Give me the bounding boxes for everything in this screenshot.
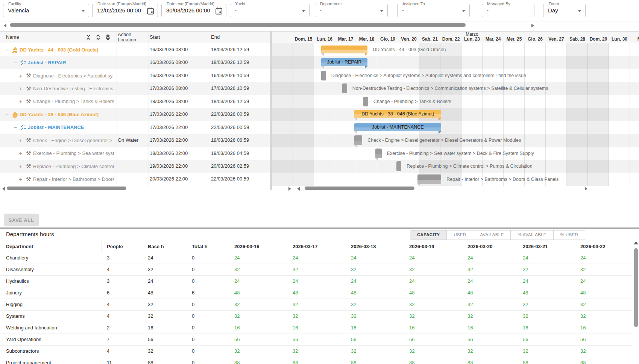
expand-toggle[interactable]: + — [17, 163, 24, 170]
expand-toggle[interactable]: + — [17, 73, 24, 79]
end-date-cell: 17/03/2026 10:59 — [211, 82, 249, 95]
day-header-cell: Lun, 23 — [461, 36, 483, 42]
chevron-down-icon[interactable] — [578, 10, 581, 12]
date-end-field[interactable]: Date end (Europe/Madrid)30/03/2026 00:00 — [161, 4, 226, 17]
facility-field[interactable]: FacilityValencia — [3, 4, 89, 17]
expand-toggle[interactable]: + — [17, 176, 24, 182]
top-horizontal-scrollbar[interactable] — [3, 23, 535, 28]
expand-all-icon[interactable] — [96, 34, 101, 40]
table-row[interactable]: +⚒Replace - Plumbing > Climate control..… — [0, 160, 270, 173]
bar-label: DD Yachts - 44 - 003 (Gold Oracle) — [373, 43, 446, 56]
expand-toggle[interactable]: + — [17, 85, 24, 92]
save-all-button[interactable]: SAVE ALL — [4, 214, 39, 226]
dept-column-header: 2026-03-18 — [351, 241, 376, 252]
start-date-cell: 19/03/2026 22:00 — [150, 160, 188, 173]
end-date-cell: 22/03/2026 00:59 — [211, 108, 249, 121]
table-row[interactable]: +⚒Repair - Interior > Bathrooms > Doors.… — [0, 173, 270, 185]
tab-used[interactable]: USED — [446, 231, 473, 240]
table-row[interactable]: +⚒Exercise - Plumbing > Sea water syst..… — [0, 147, 270, 160]
scroll-left-icon[interactable] — [4, 24, 6, 27]
gantt-summary-bar[interactable]: Joblist - REPAIR — [321, 58, 368, 66]
gantt-summary-bar[interactable]: Joblist - MAINTENANCE — [354, 123, 441, 131]
row-name-cell: +⚒Non-Destructive Testing - Electronics.… — [17, 82, 114, 95]
tab--used[interactable]: % USED — [553, 231, 585, 240]
dept-capacity-cell: 16 — [580, 322, 586, 334]
scroll-right-icon[interactable] — [288, 187, 291, 191]
expand-all-icon — [96, 34, 101, 40]
expand-toggle[interactable]: + — [17, 137, 24, 144]
calendar-icon[interactable] — [146, 7, 155, 15]
dept-base-cell: 32 — [148, 264, 153, 275]
yacht-field[interactable]: Yacht- — [230, 4, 310, 17]
gantt-task-bar[interactable] — [321, 71, 326, 80]
gantt-summary-bar[interactable]: DD Yachts - 38 - 046 (Blue Azimut) — [354, 110, 441, 118]
scroll-left-icon[interactable] — [2, 187, 5, 191]
dept-base-cell: 88 — [148, 357, 153, 364]
collapse-toggle[interactable]: − — [4, 111, 11, 118]
gantt-summary-bar[interactable] — [321, 46, 368, 53]
assigned-to-field[interactable]: Assigned To- — [397, 4, 470, 17]
dept-capacity-cell: 32 — [580, 264, 586, 275]
day-header-cell: Dom, 22 — [440, 36, 461, 42]
chevron-down-icon[interactable] — [380, 10, 384, 12]
top-scrollbar-thumb[interactable] — [10, 23, 466, 27]
gantt-task-bar[interactable] — [396, 161, 401, 171]
gantt-task-bar[interactable] — [342, 83, 347, 93]
date-start-field[interactable]: Date start (Europe/Madrid)12/02/2026 00:… — [92, 4, 158, 17]
field-value: 12/02/2026 00:00 — [97, 4, 141, 17]
tree-scrollbar-thumb[interactable] — [7, 187, 126, 190]
dept-column-header: 2026-03-19 — [409, 241, 434, 252]
column-header-end: End — [211, 32, 220, 43]
expand-levels-icon[interactable] — [105, 34, 111, 40]
dept-name-cell: Disassembly — [6, 264, 34, 275]
departments-scrollbar-thumb[interactable] — [634, 248, 638, 327]
gantt-horizontal-scrollbar[interactable] — [296, 186, 588, 191]
gantt-task-bar[interactable] — [363, 97, 368, 106]
table-row[interactable]: −DD Yachts - 38 - 046 (Blue Azimut)17/03… — [0, 108, 270, 121]
task-name-label: Joblist - MAINTENANCE — [28, 124, 84, 130]
collapse-toggle[interactable]: − — [12, 124, 19, 130]
table-row[interactable]: −DD Yachts - 44 - 003 (Gold Oracle)16/03… — [0, 43, 270, 56]
department-field[interactable]: Department- — [315, 4, 388, 17]
dept-capacity-cell: 88 — [409, 357, 414, 364]
gantt-task-bar[interactable] — [417, 174, 441, 184]
tab--available[interactable]: % AVAILABLE — [510, 231, 553, 240]
scroll-right-icon[interactable] — [585, 187, 587, 191]
table-row[interactable]: −Joblist - REPAIR16/03/2026 08:0018/03/2… — [0, 56, 270, 69]
table-row[interactable]: −Joblist - MAINTENANCE17/03/2026 22:0022… — [0, 121, 270, 134]
department-row: Disassembly432032323232323232 — [0, 264, 632, 276]
managed-by-field[interactable]: Managed By- — [482, 4, 534, 17]
table-row[interactable]: +⚒Diagnose - Electronics > Autopilot sy.… — [0, 69, 270, 82]
scroll-left-icon[interactable] — [297, 187, 300, 191]
gantt-task-bar[interactable] — [375, 149, 381, 158]
chevron-down-icon[interactable] — [302, 10, 305, 12]
collapsed-parent-tip — [354, 145, 357, 148]
row-name-cell: +⚒Exercise - Plumbing > Sea water syst..… — [17, 147, 114, 160]
scroll-right-icon[interactable] — [531, 24, 534, 27]
gantt-task-bar[interactable] — [354, 135, 362, 145]
table-row[interactable]: +⚒Non-Destructive Testing - Electronics.… — [0, 82, 270, 95]
tab-capacity[interactable]: CAPACITY — [410, 231, 446, 240]
tree-horizontal-scrollbar[interactable] — [2, 186, 292, 191]
day-header-cell: Mar, 17 — [335, 36, 356, 42]
row-name-cell: +⚒Replace - Plumbing > Climate control..… — [17, 160, 114, 173]
dept-capacity-cell: 32 — [409, 346, 414, 357]
day-header-cell: Sab, 28 — [567, 36, 588, 42]
gantt-scrollbar-thumb[interactable] — [305, 187, 414, 190]
zoom-field[interactable]: ZoomDay — [543, 4, 586, 17]
table-row[interactable]: +⚒Change - Plumbing > Tanks & Boilers18/… — [0, 95, 270, 108]
gantt-body: DD Yachts - 44 - 003 (Gold Oracle)Joblis… — [272, 43, 639, 186]
collapse-all-icon[interactable] — [86, 34, 91, 40]
scroll-up-icon[interactable] — [634, 241, 638, 244]
chevron-down-icon[interactable] — [81, 10, 85, 12]
dept-column-header: Total h — [192, 241, 208, 252]
chevron-down-icon[interactable] — [462, 10, 466, 12]
table-row[interactable]: +⚒Check - Engine > Diesel generator > D.… — [0, 134, 270, 147]
calendar-icon[interactable] — [215, 7, 223, 15]
tab-available[interactable]: AVAILABLE — [473, 231, 510, 240]
collapse-toggle[interactable]: − — [4, 47, 11, 53]
collapse-toggle[interactable]: − — [12, 59, 19, 66]
expand-toggle[interactable]: + — [17, 98, 24, 105]
expand-toggle[interactable]: + — [17, 150, 24, 156]
dept-people-cell: 4 — [107, 311, 109, 322]
